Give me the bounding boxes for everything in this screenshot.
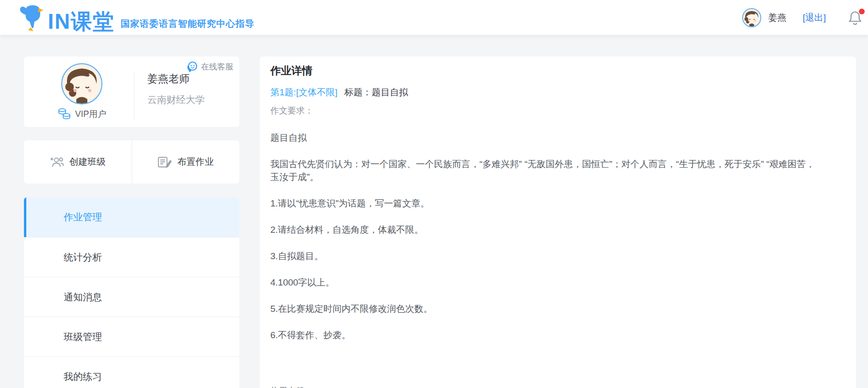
requirement-line: 3.自拟题目。 xyxy=(270,250,845,263)
teacher-profile-card: 在线客服 xyxy=(24,57,239,127)
teacher-school: 云南财经大学 xyxy=(147,93,205,106)
profile-info: 姜燕老师 云南财经大学 xyxy=(147,72,205,106)
coins-icon xyxy=(57,108,72,120)
divider xyxy=(134,72,134,119)
sidebar-item-my-practice[interactable]: 我的练习 xyxy=(24,356,239,388)
sidebar-item-statistics[interactable]: 统计分析 xyxy=(24,237,239,277)
sidebar-item-homework-management[interactable]: 作业管理 xyxy=(24,197,239,237)
logo-subtitle: 国家语委语言智能研究中心指导 xyxy=(121,18,255,30)
user-avatar[interactable] xyxy=(742,8,761,27)
question-row: 第1题:[文体不限] 标题：题目自拟 xyxy=(270,86,845,99)
username: 姜燕 xyxy=(768,11,786,24)
requirement-line: 题目自拟 xyxy=(270,131,845,145)
requirement-label: 作文要求： xyxy=(270,105,845,116)
bird-logo-icon xyxy=(19,3,45,31)
online-service-button[interactable]: 在线客服 xyxy=(186,61,234,73)
requirement-line: 4.1000字以上。 xyxy=(270,276,845,289)
requirement-line: 我国古代先贤们认为：对一个国家、一个民族而言，“多难兴邦” “无敌国外患，国恒亡… xyxy=(270,158,845,184)
assignment-detail-panel: 作业详情 第1题:[文体不限] 标题：题目自拟 作文要求： 题目自拟 我国古代先… xyxy=(260,57,856,388)
page-title: 作业详情 xyxy=(270,64,845,78)
create-class-label: 创建班级 xyxy=(69,156,106,168)
teacher-name: 姜燕老师 xyxy=(147,72,205,86)
avatar-block: VIP用户 xyxy=(49,63,115,120)
create-class-button[interactable]: 创建班级 xyxy=(24,140,132,183)
question-title: 标题：题目自拟 xyxy=(345,87,408,97)
sidebar-item-class-management[interactable]: 班级管理 xyxy=(24,317,239,356)
vip-label: VIP用户 xyxy=(75,108,106,120)
teacher-avatar[interactable] xyxy=(61,63,102,104)
active-indicator xyxy=(24,197,26,237)
requirement-line: 2.请结合材料，自选角度，体裁不限。 xyxy=(270,223,845,237)
requirement-line: 6.不得套作、抄袭。 xyxy=(270,329,845,342)
sidebar-menu: 作业管理 统计分析 通知消息 班级管理 我的练习 xyxy=(24,197,239,388)
question-tag-link[interactable]: 第1题:[文体不限] xyxy=(270,87,337,97)
notification-dot xyxy=(859,9,865,14)
quick-actions-card: 创建班级 布置作业 xyxy=(24,140,239,183)
document-pencil-icon xyxy=(157,156,172,169)
assign-homework-button[interactable]: 布置作业 xyxy=(132,140,240,183)
requirement-text: 题目自拟 我国古代先贤们认为：对一个国家、一个民族而言，“多难兴邦” “无敌国外… xyxy=(270,118,845,355)
requirement-line: 1.请以“忧患意识”为话题，写一篇文章。 xyxy=(270,197,845,210)
header-user-area: 姜燕 [退出] xyxy=(742,0,862,35)
logo-title: IN课堂 xyxy=(48,11,115,32)
top-header: IN课堂 国家语委语言智能研究中心指导 姜燕 [退出] xyxy=(0,0,868,35)
notification-bell-icon[interactable] xyxy=(848,10,862,25)
people-plus-icon xyxy=(50,156,64,169)
online-service-label: 在线客服 xyxy=(201,61,234,72)
app-logo: IN课堂 国家语委语言智能研究中心指导 xyxy=(19,3,255,32)
outline-label: 构思点拨: xyxy=(270,385,307,388)
requirement-line: 5.在比赛规定时间内不限修改润色次数。 xyxy=(270,302,845,316)
sidebar-item-notifications[interactable]: 通知消息 xyxy=(24,277,239,317)
assign-homework-label: 布置作业 xyxy=(178,156,214,168)
outline-section: 构思点拨: xyxy=(270,385,845,388)
vip-row: VIP用户 xyxy=(49,108,115,120)
headset-smiley-icon xyxy=(186,61,199,73)
logout-link[interactable]: [退出] xyxy=(802,11,826,24)
